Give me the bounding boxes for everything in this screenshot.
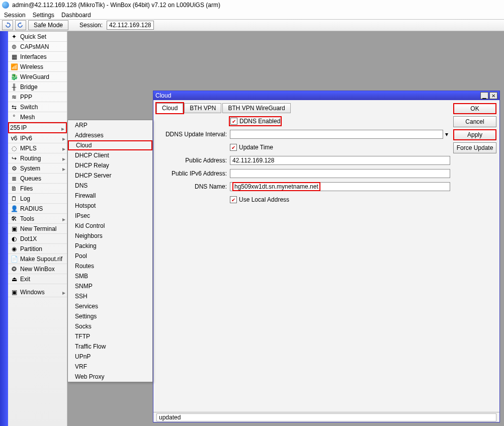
submenu-arp[interactable]: ARP	[68, 120, 152, 130]
safe-mode-button[interactable]: Safe Mode	[28, 20, 68, 30]
nav-label: Windows	[20, 289, 45, 296]
public-ipv6-field[interactable]	[230, 169, 450, 178]
submenu-kid-control[interactable]: Kid Control	[68, 221, 152, 231]
nav-label: Make Supout.rif	[20, 255, 62, 263]
chevron-right-icon: ▸	[62, 155, 65, 162]
tab-bth-vpn-wireguard[interactable]: BTH VPN WireGuard	[222, 103, 290, 113]
nav-radius[interactable]: 👤RADIUS	[8, 204, 67, 214]
nav-windows[interactable]: ▣Windows▸	[8, 287, 67, 297]
submenu-socks[interactable]: Socks	[68, 321, 152, 331]
tab-label: BTH VPN WireGuard	[228, 105, 285, 112]
public-address-field[interactable]: 42.112.169.128	[230, 156, 450, 165]
nav-quick-set[interactable]: ✦Quick Set	[8, 32, 67, 42]
submenu-web-proxy[interactable]: Web Proxy	[68, 372, 152, 382]
nav-switch[interactable]: ⇆Switch	[8, 102, 67, 112]
apply-button[interactable]: Apply	[453, 129, 496, 140]
menu-session[interactable]: Session	[4, 12, 26, 19]
cancel-button[interactable]: Cancel	[453, 116, 496, 127]
menu-settings[interactable]: Settings	[33, 12, 54, 19]
nav-wireless[interactable]: 📶Wireless	[8, 62, 67, 72]
submenu-firewall[interactable]: Firewall	[68, 191, 152, 201]
app-icon	[2, 2, 9, 9]
submenu-ipsec[interactable]: IPsec	[68, 211, 152, 221]
submenu-dhcp-relay[interactable]: DHCP Relay	[68, 160, 152, 171]
ok-button[interactable]: OK	[453, 103, 496, 114]
redo-button[interactable]	[15, 20, 26, 30]
submenu-pool[interactable]: Pool	[68, 251, 152, 261]
wand-icon: ✦	[10, 33, 18, 40]
update-interval-field[interactable]	[230, 130, 443, 139]
submenu-addresses[interactable]: Addresses	[68, 130, 152, 140]
nav-ip[interactable]: 255IP▸	[8, 122, 67, 133]
nav-new-winbox[interactable]: ❂New WinBox	[8, 264, 67, 274]
submenu-packing[interactable]: Packing	[68, 241, 152, 251]
submenu-label: Services	[75, 303, 98, 310]
nav-supout[interactable]: 📄Make Supout.rif	[8, 254, 67, 264]
dropdown-icon[interactable]: ▾	[443, 131, 450, 138]
nav-system[interactable]: ⚙System▸	[8, 163, 67, 174]
switch-icon: ⇆	[10, 104, 18, 111]
windows-icon: ▣	[10, 289, 18, 296]
nav-log[interactable]: 🗒Log	[8, 194, 67, 204]
ddns-enabled-checkbox[interactable]	[230, 118, 237, 125]
undo-button[interactable]	[2, 20, 13, 30]
submenu-label: Routes	[75, 263, 94, 270]
nav-interfaces[interactable]: ▦Interfaces	[8, 52, 67, 62]
nav-wireguard[interactable]: 🐉WireGuard	[8, 72, 67, 82]
ddns-enabled-label: DDNS Enabled	[239, 118, 280, 125]
radius-icon: 👤	[10, 205, 18, 212]
submenu-vrf[interactable]: VRF	[68, 362, 152, 372]
minimize-button[interactable]: ▁	[480, 92, 488, 99]
dialog-titlebar[interactable]: Cloud ▁ ✕	[153, 91, 499, 100]
tab-bth-vpn[interactable]: BTH VPN	[184, 103, 221, 113]
submenu-dns[interactable]: DNS	[68, 181, 152, 191]
nav-ppp[interactable]: ≋PPP	[8, 92, 67, 102]
btn-label: OK	[470, 105, 479, 112]
submenu-hotspot[interactable]: Hotspot	[68, 201, 152, 211]
tab-cloud[interactable]: Cloud	[156, 103, 183, 113]
public-address-label: Public Address:	[156, 157, 230, 164]
use-local-address-checkbox[interactable]	[230, 196, 237, 203]
nav-mpls[interactable]: ◌MPLS▸	[8, 143, 67, 153]
nav-bridge[interactable]: ╫Bridge	[8, 82, 67, 92]
submenu-neighbors[interactable]: Neighbors	[68, 231, 152, 241]
close-button[interactable]: ✕	[489, 92, 497, 99]
nav-label: New WinBox	[20, 266, 55, 273]
nav-dot1x[interactable]: ◐Dot1X	[8, 234, 67, 244]
nav-queues[interactable]: ≣Queues	[8, 174, 67, 184]
submenu-settings[interactable]: Settings	[68, 311, 152, 321]
exit-icon: ⏏	[10, 276, 18, 283]
submenu-dhcp-server[interactable]: DHCP Server	[68, 171, 152, 181]
update-time-checkbox[interactable]	[230, 144, 237, 151]
force-update-button[interactable]: Force Update	[453, 142, 496, 153]
chevron-right-icon: ▸	[62, 135, 65, 142]
routing-icon: ↪	[10, 155, 18, 162]
wifi-icon: 📶	[10, 63, 18, 70]
nav-mesh[interactable]: °Mesh	[8, 112, 67, 122]
nav-ipv6[interactable]: v6IPv6▸	[8, 133, 67, 143]
submenu-upnp[interactable]: UPnP	[68, 352, 152, 362]
submenu-routes[interactable]: Routes	[68, 261, 152, 271]
nav-files[interactable]: 🗎Files	[8, 184, 67, 194]
nav-label: CAPsMAN	[20, 43, 49, 50]
submenu-label: Hotspot	[75, 202, 96, 209]
nav-tools[interactable]: 🛠Tools▸	[8, 214, 67, 224]
submenu-label: DHCP Client	[75, 152, 109, 159]
submenu-smb[interactable]: SMB	[68, 271, 152, 281]
nav-exit[interactable]: ⏏Exit	[8, 274, 67, 284]
nav-routing[interactable]: ↪Routing▸	[8, 153, 67, 163]
submenu-services[interactable]: Services	[68, 301, 152, 311]
window-title: admin@42.112.169.128 (MikroTik) - WinBox…	[12, 2, 220, 9]
submenu-ssh[interactable]: SSH	[68, 291, 152, 301]
nav-capsman[interactable]: ⊚CAPsMAN	[8, 42, 67, 52]
submenu-traffic-flow[interactable]: Traffic Flow	[68, 342, 152, 352]
dns-name-label: DNS Name:	[156, 183, 230, 190]
dns-name-field[interactable]: hg509xw1dt.sn.mynetname.net	[230, 182, 450, 191]
submenu-snmp[interactable]: SNMP	[68, 281, 152, 291]
submenu-tftp[interactable]: TFTP	[68, 331, 152, 342]
menu-dashboard[interactable]: Dashboard	[61, 12, 91, 19]
submenu-cloud[interactable]: Cloud	[68, 140, 152, 150]
nav-new-terminal[interactable]: ▣New Terminal	[8, 224, 67, 234]
submenu-dhcp-client[interactable]: DHCP Client	[68, 150, 152, 160]
nav-partition[interactable]: ◉Partition	[8, 244, 67, 254]
